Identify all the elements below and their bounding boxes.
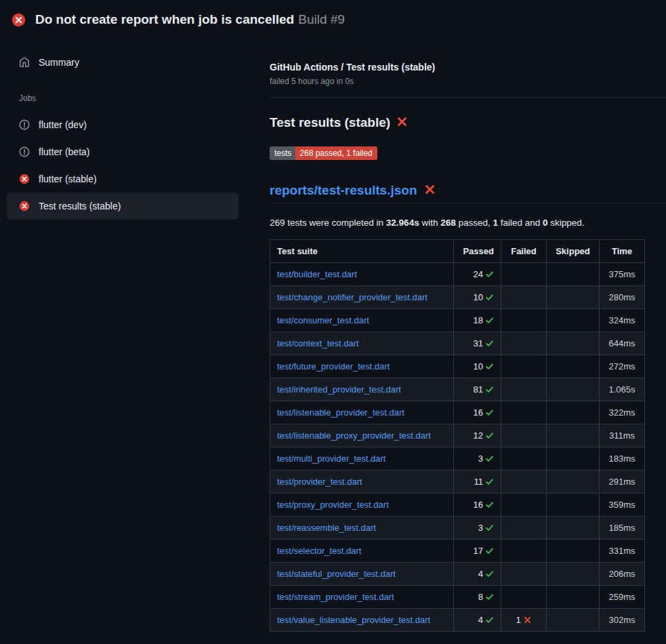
passed-count: 10 — [474, 361, 483, 371]
summary-line: 269 tests were completed in 32.964s with… — [270, 218, 666, 228]
job-label: flutter (dev) — [39, 119, 87, 130]
time-value: 1.065s — [600, 378, 645, 401]
passed-count: 16 — [474, 500, 483, 510]
sidebar-item-flutter-beta[interactable]: flutter (beta) — [7, 138, 238, 165]
table-header-row: Test suite Passed Failed Skipped Time — [270, 240, 645, 263]
run-status-text: failed 5 hours ago in 0s — [270, 77, 666, 86]
job-label: Test results (stable) — [39, 201, 121, 212]
table-row: test/stream_provider_test.dart8259ms — [270, 586, 645, 609]
column-header-passed: Passed — [454, 240, 501, 263]
test-suite-link[interactable]: test/context_test.dart — [277, 338, 359, 348]
test-suite-link[interactable]: test/builder_test.dart — [277, 269, 357, 279]
passed-count: 3 — [478, 454, 483, 464]
time-value: 359ms — [600, 494, 645, 517]
table-row: test/listenable_provider_test.dart16322m… — [270, 401, 645, 424]
test-suite-link[interactable]: test/listenable_proxy_provider_test.dart — [277, 430, 431, 441]
x-icon — [523, 616, 532, 624]
test-suite-link[interactable]: test/stream_provider_test.dart — [277, 592, 394, 602]
passed-count: 31 — [474, 338, 483, 348]
time-value: 322ms — [600, 401, 645, 424]
job-label: flutter (beta) — [39, 146, 89, 157]
run-title-text: Do not create report when job is cancell… — [35, 12, 294, 26]
passed-count: 4 — [478, 615, 483, 625]
section-title: Test results (stable) — [270, 115, 666, 130]
test-suite-link[interactable]: test/value_listenable_provider_test.dart — [277, 615, 430, 625]
check-icon — [485, 339, 494, 348]
table-row: test/value_listenable_provider_test.dart… — [270, 609, 645, 632]
results-table-body: test/builder_test.dart24375mstest/change… — [270, 263, 645, 632]
sidebar-item-summary[interactable]: Summary — [7, 50, 238, 75]
table-row: test/selector_test.dart17331ms — [270, 540, 645, 563]
jobs-section-label: Jobs — [7, 94, 238, 103]
home-icon — [19, 57, 30, 68]
check-icon — [485, 362, 494, 371]
table-row: test/provider_test.dart11291ms — [270, 470, 645, 494]
time-value: 185ms — [600, 517, 645, 540]
test-suite-link[interactable]: test/change_notifier_provider_test.dart — [277, 292, 428, 302]
badge-label: tests — [270, 146, 295, 160]
check-icon — [485, 454, 494, 463]
test-suite-link[interactable]: test/listenable_provider_test.dart — [277, 407, 404, 418]
results-table: Test suite Passed Failed Skipped Time te… — [270, 239, 645, 632]
test-suite-link[interactable]: test/future_provider_test.dart — [277, 361, 390, 371]
time-value: 259ms — [600, 586, 645, 609]
job-label: flutter (stable) — [39, 174, 97, 184]
test-suite-link[interactable]: test/inherited_provider_test.dart — [277, 384, 401, 395]
check-icon — [485, 408, 494, 417]
report-file-link[interactable]: reports/test-results.json — [270, 183, 417, 198]
time-value: 272ms — [600, 355, 645, 378]
failed-x-icon — [396, 116, 408, 131]
test-suite-link[interactable]: test/reassemble_test.dart — [277, 523, 376, 533]
passed-count: 3 — [478, 523, 483, 533]
time-value: 291ms — [600, 470, 645, 494]
check-icon — [485, 316, 494, 325]
time-value: 644ms — [600, 332, 645, 355]
table-row: test/inherited_provider_test.dart811.065… — [270, 378, 645, 401]
passed-count: 4 — [478, 569, 483, 579]
check-icon — [485, 592, 494, 601]
column-header-test-suite: Test suite — [270, 240, 454, 263]
passed-count: 8 — [478, 592, 483, 602]
table-row: test/reassemble_test.dart3185ms — [270, 517, 645, 540]
check-icon — [485, 500, 494, 509]
passed-count: 24 — [474, 269, 483, 279]
divider — [270, 97, 666, 98]
test-suite-link[interactable]: test/provider_test.dart — [277, 477, 362, 487]
table-row: test/future_provider_test.dart10272ms — [270, 355, 645, 378]
table-row: test/stateful_provider_test.dart4206ms — [270, 563, 645, 586]
check-icon — [485, 293, 494, 302]
breadcrumb: GitHub Actions / Test results (stable) — [270, 61, 666, 73]
sidebar-item-flutter-stable[interactable]: flutter (stable) — [7, 165, 238, 193]
check-icon — [485, 385, 494, 394]
test-suite-link[interactable]: test/consumer_test.dart — [277, 315, 369, 325]
time-value: 331ms — [600, 540, 645, 563]
passed-count: 11 — [474, 477, 484, 487]
check-icon — [485, 431, 494, 440]
test-suite-link[interactable]: test/proxy_provider_test.dart — [277, 500, 389, 510]
sidebar-item-test-results-stable[interactable]: Test results (stable) — [7, 193, 238, 220]
test-suite-link[interactable]: test/stateful_provider_test.dart — [277, 569, 396, 579]
sidebar: Summary Jobs flutter (dev) flutter (beta… — [0, 38, 259, 220]
badge-value: 268 passed, 1 failed — [295, 146, 377, 160]
test-suite-link[interactable]: test/multi_provider_test.dart — [277, 454, 386, 464]
check-icon — [485, 270, 494, 279]
table-row: test/builder_test.dart24375ms — [270, 263, 645, 286]
test-suite-link[interactable]: test/selector_test.dart — [277, 546, 361, 556]
run-header: Do not create report when job is cancell… — [0, 0, 666, 38]
build-number: Build #9 — [298, 12, 345, 26]
failed-status-icon — [19, 174, 30, 184]
table-row: test/consumer_test.dart18324ms — [270, 309, 645, 332]
time-value: 280ms — [600, 286, 645, 309]
section-title-text: Test results (stable) — [270, 115, 390, 130]
failed-status-icon — [19, 201, 30, 212]
passed-count: 16 — [474, 407, 483, 418]
table-row: test/listenable_proxy_provider_test.dart… — [270, 424, 645, 447]
sidebar-item-flutter-dev[interactable]: flutter (dev) — [7, 111, 238, 138]
passed-count: 81 — [474, 384, 483, 395]
column-header-skipped: Skipped — [547, 240, 600, 263]
table-row: test/context_test.dart31644ms — [270, 332, 645, 355]
time-value: 206ms — [600, 563, 645, 586]
tests-badge: tests 268 passed, 1 failed — [270, 146, 377, 160]
sidebar-summary-label: Summary — [39, 57, 79, 68]
check-icon — [485, 477, 494, 486]
